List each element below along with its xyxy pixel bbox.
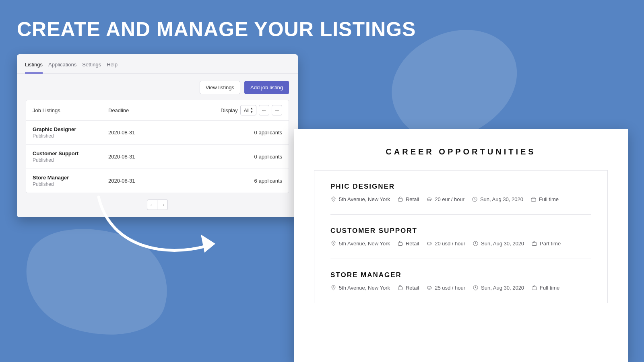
briefcase-icon [531,241,537,247]
job-type: Part time [540,241,561,247]
deadline-cell: 2020-08-31 [108,130,254,136]
job-card[interactable]: PHIC DESIGNER 5th Avenue, New York Retai… [330,171,591,215]
svg-rect-12 [532,287,537,290]
deadline-cell: 2020-08-31 [108,178,254,184]
job-title: CUSTOMER SUPPORT [330,227,591,235]
careers-title: CAREER OPPORTUNITIES [314,147,608,156]
money-icon [426,285,432,291]
table-row[interactable]: Store Manager Published 2020-08-31 6 app… [26,169,289,193]
job-status: Published [33,181,108,187]
money-icon [426,241,432,247]
tab-help[interactable]: Help [107,60,118,73]
title-cell: Customer Support Published [33,150,108,163]
display-filter-value: All [244,107,250,113]
job-date: Sun, Aug 30, 2020 [480,196,523,202]
add-job-button[interactable]: Add job listing [244,81,289,94]
applicants-cell: 6 applicants [254,178,282,184]
job-card[interactable]: STORE MANAGER 5th Avenue, New York Retai… [330,259,591,303]
category-icon [397,196,403,202]
svg-point-5 [333,242,334,243]
svg-rect-2 [398,198,402,202]
job-card[interactable]: CUSTOMER SUPPORT 5th Avenue, New York Re… [330,215,591,259]
job-rate: 20 usd / hour [435,241,465,247]
deadline-cell: 2020-08-31 [108,154,254,160]
arrow-left-icon: ← [261,107,267,113]
job-rate: 25 usd / hour [435,285,465,291]
flow-arrow-icon [95,192,223,265]
job-category: Retail [406,285,419,291]
svg-marker-0 [201,234,215,253]
svg-rect-6 [398,243,402,246]
careers-preview-panel: CAREER OPPORTUNITIES PHIC DESIGNER 5th A… [294,129,628,362]
category-icon [397,285,403,291]
page-title: CREATE AND MANAGE YOUR LISTINGS [17,18,416,41]
tab-bar: Listings Applications Settings Help [17,54,298,74]
svg-rect-4 [531,198,536,202]
svg-rect-10 [398,287,402,290]
job-type: Full time [540,285,559,291]
job-category: Retail [406,196,419,202]
job-status: Published [33,157,108,163]
job-title: Customer Support [33,150,108,156]
clock-icon [472,196,478,202]
job-category: Retail [406,241,419,247]
applicants-cell: 0 applicants [254,154,282,160]
briefcase-icon [531,285,537,291]
next-page-button[interactable]: → [272,105,282,115]
tab-listings[interactable]: Listings [25,60,43,74]
arrow-right-icon: → [274,107,280,113]
job-rate: 20 eur / hour [435,196,464,202]
clock-icon [473,241,479,247]
job-date: Sun, Aug 30, 2020 [481,285,524,291]
job-meta: 5th Avenue, New York Retail 20 usd / hou… [330,241,591,247]
applicants-cell: 0 applicants [254,130,282,136]
col-header-title: Job Listings [33,107,108,113]
svg-point-9 [333,286,334,288]
col-header-deadline: Deadline [108,107,221,113]
job-title: Graphic Designer [33,126,108,132]
job-meta: 5th Avenue, New York Retail 20 eur / hou… [330,196,591,202]
location-icon [330,285,336,291]
money-icon [426,196,432,202]
location-icon [330,196,336,202]
svg-point-1 [333,198,334,199]
job-type: Full time [539,196,559,202]
job-date: Sun, Aug 30, 2020 [481,241,524,247]
job-title: Store Manager [33,175,108,181]
display-filter-select[interactable]: All ▴▾ [240,105,256,115]
job-location: 5th Avenue, New York [339,241,390,247]
action-buttons: View listings Add job listing [17,74,298,100]
location-icon [330,241,336,247]
job-location: 5th Avenue, New York [339,285,390,291]
careers-list: PHIC DESIGNER 5th Avenue, New York Retai… [314,170,608,303]
title-cell: Store Manager Published [33,175,108,187]
briefcase-icon [530,196,537,202]
table-row[interactable]: Customer Support Published 2020-08-31 0 … [26,145,289,169]
job-title: PHIC DESIGNER [330,183,591,191]
tab-settings[interactable]: Settings [82,60,101,73]
job-location: 5th Avenue, New York [339,196,390,202]
svg-rect-8 [532,243,537,246]
prev-page-button[interactable]: ← [259,105,269,115]
display-filter-group: Display All ▴▾ ← → [221,105,282,115]
clock-icon [473,285,479,291]
display-label: Display [221,107,238,113]
select-caret-icon: ▴▾ [251,107,253,114]
tab-applications[interactable]: Applications [48,60,76,73]
view-listings-button[interactable]: View listings [200,81,240,94]
job-listings-table: Job Listings Deadline Display All ▴▾ ← →… [26,100,289,193]
category-icon [397,241,403,247]
job-meta: 5th Avenue, New York Retail 25 usd / hou… [330,285,591,291]
job-status: Published [33,133,108,139]
title-cell: Graphic Designer Published [33,126,108,139]
table-row[interactable]: Graphic Designer Published 2020-08-31 0 … [26,121,289,145]
table-header: Job Listings Deadline Display All ▴▾ ← → [26,100,289,121]
job-title: STORE MANAGER [330,271,591,279]
